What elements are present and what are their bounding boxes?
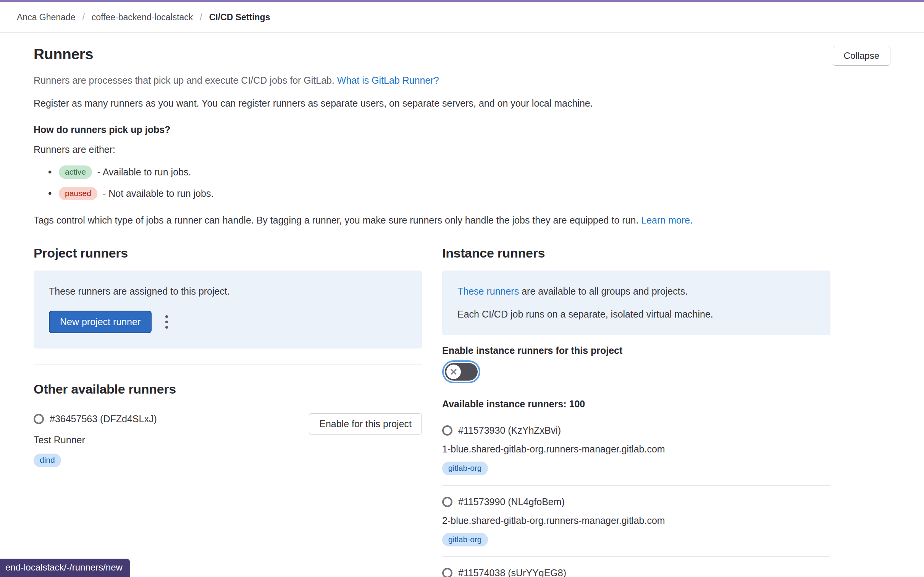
available-instance-runners-label: Available instance runners: 100 <box>442 399 830 410</box>
active-badge: active <box>59 165 92 179</box>
breadcrumb: Anca Ghenade / coffee-backend-localstack… <box>17 12 270 23</box>
link-url-status-tooltip: end-localstack/-/runners/new <box>0 559 130 577</box>
project-runners-actions: New project runner <box>49 311 407 333</box>
instance-runner-tags: gitlab-org <box>442 462 830 475</box>
runner-tag-badge: dind <box>34 454 61 467</box>
paused-badge: paused <box>59 187 97 200</box>
runner-tag-badge: gitlab-org <box>442 533 488 546</box>
instance-runners-panel-line1: These runners are available to all group… <box>457 286 815 297</box>
instance-runners-panel-line2: Each CI/CD job runs on a separate, isola… <box>457 309 815 320</box>
tags-description-text: Tags control which type of jobs a runner… <box>34 215 638 225</box>
instance-runner-tags: gitlab-org <box>442 533 830 546</box>
project-runners-panel-text: These runners are assigned to this proje… <box>49 286 407 297</box>
tags-description: Tags control which type of jobs a runner… <box>34 215 890 226</box>
other-runner-tags: dind <box>34 454 157 467</box>
instance-runner-host: 2-blue.shared-gitlab-org.runners-manager… <box>442 515 830 526</box>
runners-either-text: Runners are either: <box>34 144 890 155</box>
instance-runner-id: #11573930 (KzYhZxBvi) <box>458 425 561 436</box>
register-text: Register as many runners as you want. Yo… <box>34 98 890 109</box>
jobs-question-heading: How do runners pick up jobs? <box>34 124 890 135</box>
active-description: - Available to run jobs. <box>97 167 191 178</box>
kebab-menu-icon[interactable] <box>162 311 172 332</box>
section-divider <box>34 365 422 365</box>
instance-runner-id: #11574038 (sUrYYgEG8) <box>458 567 566 577</box>
breadcrumb-separator: / <box>82 12 84 23</box>
other-runner-id: #36457563 (DFZd4SLxJ) <box>50 413 157 425</box>
instance-runners-panel-text: are available to all groups and projects… <box>522 286 688 297</box>
instance-runner-id-line: #11573990 (NL4gfoBem) <box>442 496 830 507</box>
breadcrumb-item-project[interactable]: coffee-backend-localstack <box>92 12 193 23</box>
settings-content: Runners Collapse Runners are processes t… <box>0 33 924 577</box>
runner-tag-badge: gitlab-org <box>442 462 488 475</box>
other-runner-id-line: #36457563 (DFZd4SLxJ) <box>34 413 157 425</box>
new-project-runner-button[interactable]: New project runner <box>49 311 152 333</box>
collapse-button[interactable]: Collapse <box>833 46 890 66</box>
project-runners-column: Project runners These runners are assign… <box>34 246 422 577</box>
instance-runners-title: Instance runners <box>442 246 830 261</box>
project-runners-panel: These runners are assigned to this proje… <box>34 271 422 348</box>
enable-instance-runners-label: Enable instance runners for this project <box>442 345 830 356</box>
paused-description: - Not available to run jobs. <box>103 188 213 199</box>
page-title: Runners <box>34 46 93 63</box>
project-runners-title: Project runners <box>34 246 422 261</box>
runner-status-icon <box>442 568 452 577</box>
instance-runner-id-line: #11574038 (sUrYYgEG8) <box>442 567 830 577</box>
runners-section-header: Runners Collapse <box>34 46 890 66</box>
breadcrumb-bar: Anca Ghenade / coffee-backend-localstack… <box>0 2 924 33</box>
instance-runner-host: 1-blue.shared-gitlab-org.runners-manager… <box>442 444 830 455</box>
instance-runner-id: #11573990 (NL4gfoBem) <box>458 496 565 507</box>
runner-state-active-item: active - Available to run jobs. <box>59 165 890 179</box>
runner-status-icon <box>442 497 452 507</box>
instance-runner-item: #11574038 (sUrYYgEG8) 3-blue.shared-gitl… <box>442 557 830 577</box>
runners-description-text: Runners are processes that pick up and e… <box>34 75 334 86</box>
learn-more-link[interactable]: Learn more. <box>641 215 693 225</box>
other-runner-name: Test Runner <box>34 434 157 446</box>
instance-runners-panel: These runners are available to all group… <box>442 271 830 335</box>
runners-description: Runners are processes that pick up and e… <box>34 75 890 86</box>
instance-runners-column: Instance runners These runners are avail… <box>442 246 830 577</box>
what-is-gitlab-runner-link[interactable]: What is GitLab Runner? <box>337 75 439 86</box>
toggle-off-x-icon: ✕ <box>446 365 461 379</box>
breadcrumb-current-page: CI/CD Settings <box>209 12 270 23</box>
instance-runners-list: #11573930 (KzYhZxBvi) 1-blue.shared-gitl… <box>442 414 830 577</box>
runners-columns: Project runners These runners are assign… <box>34 246 890 577</box>
instance-runner-item: #11573990 (NL4gfoBem) 2-blue.shared-gitl… <box>442 486 830 557</box>
these-runners-link[interactable]: These runners <box>457 286 519 297</box>
instance-runner-id-line: #11573930 (KzYhZxBvi) <box>442 425 830 436</box>
instance-runner-item: #11573930 (KzYhZxBvi) 1-blue.shared-gitl… <box>442 414 830 485</box>
other-available-runners-title: Other available runners <box>34 382 422 397</box>
runner-status-icon <box>442 425 452 436</box>
enable-for-project-button[interactable]: Enable for this project <box>309 413 422 434</box>
runner-state-paused-item: paused - Not available to run jobs. <box>59 187 890 200</box>
runner-states-list: active - Available to run jobs. paused -… <box>34 165 890 200</box>
other-runner-row: #36457563 (DFZd4SLxJ) Test Runner dind E… <box>34 413 422 467</box>
other-runner-info: #36457563 (DFZd4SLxJ) Test Runner dind <box>34 413 157 467</box>
instance-runners-toggle[interactable]: ✕ <box>445 363 478 381</box>
runner-status-icon <box>34 414 44 424</box>
breadcrumb-item-user[interactable]: Anca Ghenade <box>17 12 75 23</box>
breadcrumb-separator: / <box>200 12 202 23</box>
